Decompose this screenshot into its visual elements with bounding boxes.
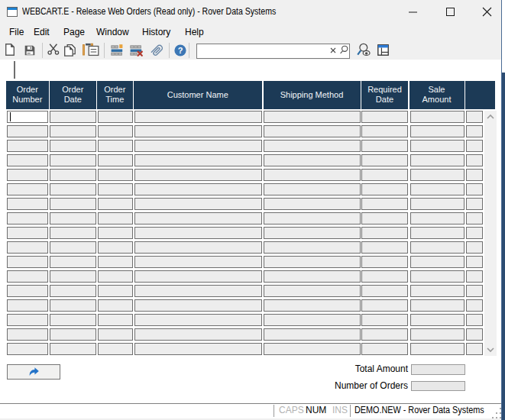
svg-text:?: ? — [178, 46, 183, 55]
